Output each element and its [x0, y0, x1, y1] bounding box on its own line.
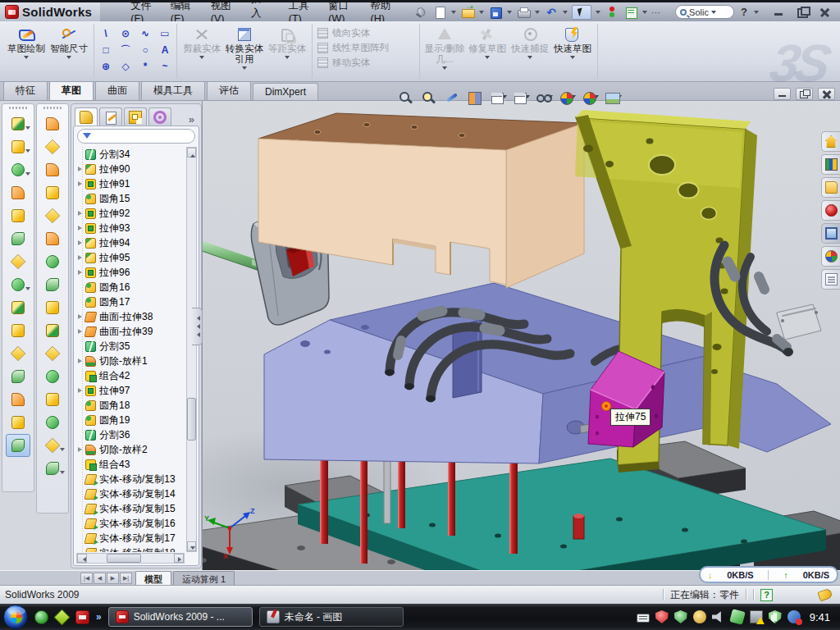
options-icon[interactable]	[623, 6, 638, 19]
flyout-arrow-icon[interactable]	[60, 471, 65, 477]
options-dropdown-icon[interactable]	[642, 11, 647, 16]
toolbar-icon-button[interactable]	[6, 273, 30, 296]
expand-arrow-icon[interactable]	[78, 211, 82, 216]
toolbar-icon-button[interactable]	[40, 388, 65, 411]
toolbar-icon-button[interactable]	[40, 457, 65, 480]
dropdown-icon[interactable]	[242, 66, 247, 72]
ribbon-row-button[interactable]: 移动实体	[317, 57, 414, 69]
feature-tree-item[interactable]: 分割35	[76, 339, 185, 354]
flyout-arrow-icon[interactable]	[25, 287, 30, 293]
task-button[interactable]: 未命名 - 画图	[259, 607, 404, 627]
task-pane-tab[interactable]	[821, 200, 840, 221]
tab-dimxpert-manager[interactable]	[148, 107, 171, 126]
tab-nav-button[interactable]: ◀	[94, 573, 106, 584]
feature-tree-item[interactable]: 圆角18	[76, 398, 185, 413]
feature-tree-item[interactable]: 实体-移动/复制16	[76, 516, 185, 531]
ribbon-row-button[interactable]: 镜向实体	[317, 27, 414, 39]
toolbar-icon-button[interactable]	[6, 296, 30, 319]
search-input[interactable]: Solic	[689, 7, 709, 17]
toolbar-icon-button[interactable]	[6, 342, 30, 365]
doc-restore-button[interactable]	[796, 88, 813, 100]
flyout-arrow-icon[interactable]	[25, 172, 30, 178]
pin-icon[interactable]	[413, 6, 428, 19]
toolbar-icon-button[interactable]	[40, 365, 65, 388]
feature-tree-item[interactable]: 曲面-拉伸39	[76, 324, 185, 339]
expand-arrow-icon[interactable]	[78, 255, 82, 260]
scroll-right-button[interactable]	[174, 554, 184, 563]
toolbar-icon-button[interactable]	[6, 434, 30, 457]
headsup-button[interactable]	[536, 90, 553, 105]
dropdown-icon[interactable]	[285, 56, 290, 62]
feature-tree-item[interactable]: 拉伸94	[76, 235, 185, 250]
ribbon-button[interactable]: 等距实体	[266, 25, 308, 62]
toolbar-icon-button[interactable]	[6, 181, 30, 204]
expand-arrow-icon[interactable]	[78, 167, 82, 171]
feature-tree-item[interactable]: 拉伸93	[76, 221, 185, 235]
status-lights-icon[interactable]	[605, 6, 619, 19]
toolbar-icon-button[interactable]	[40, 112, 65, 135]
scroll-thumb[interactable]	[187, 398, 196, 441]
toolbar-icon-button[interactable]	[40, 135, 65, 158]
tab-nav-button[interactable]: ▶|	[120, 573, 132, 584]
feature-tree-item[interactable]: 分割34	[76, 147, 185, 162]
feature-tree-item[interactable]: 分割36	[76, 427, 185, 442]
document-tab[interactable]: 运动算例 1	[173, 571, 235, 585]
tree-horizontal-scrollbar[interactable]	[76, 553, 185, 564]
select-dropdown-icon[interactable]	[596, 11, 600, 16]
task-pane-tab[interactable]	[821, 177, 840, 198]
toolbar-icon-button[interactable]	[40, 227, 65, 250]
headsup-button[interactable]	[605, 90, 622, 105]
headsup-button[interactable]	[467, 90, 484, 105]
toolbar-icon-button[interactable]	[6, 411, 30, 434]
task-pane-tab[interactable]	[821, 131, 840, 152]
tag-icon[interactable]	[817, 588, 833, 602]
task-pane-tab[interactable]	[821, 246, 840, 267]
feature-tree-item[interactable]: 组合43	[76, 457, 185, 472]
toolbar-icon-button[interactable]	[40, 434, 65, 457]
toolbar-icon-button[interactable]	[6, 388, 30, 411]
tab-property-manager[interactable]	[99, 107, 122, 126]
ribbon-button[interactable]: 智能尺寸	[48, 25, 90, 62]
antivirus-icon[interactable]	[674, 610, 687, 623]
sketch-entity-icon[interactable]: ⊕	[97, 59, 115, 74]
expand-arrow-icon[interactable]	[78, 181, 82, 186]
command-tab[interactable]: DimXpert	[253, 83, 318, 100]
media-quick-launch-icon[interactable]	[53, 609, 70, 625]
expand-arrow-icon[interactable]	[78, 240, 82, 245]
new-dropdown-icon[interactable]	[451, 11, 456, 16]
update-badge-icon[interactable]	[693, 610, 706, 623]
tab-nav-button[interactable]: ▶	[107, 573, 119, 584]
expand-arrow-icon[interactable]	[78, 329, 82, 334]
feature-tree-item[interactable]: 实体-移动/复制15	[76, 501, 185, 516]
toolbar-icon-button[interactable]	[6, 227, 30, 250]
sketch-entity-icon[interactable]: A	[156, 43, 174, 57]
toolbar-icon-button[interactable]	[40, 296, 65, 319]
toolbar-icon-button[interactable]	[6, 250, 30, 273]
task-pane-tab[interactable]	[821, 223, 840, 244]
save-dropdown-icon[interactable]	[507, 11, 512, 16]
headsup-button[interactable]	[421, 90, 438, 105]
tab-nav-button[interactable]: |◀	[80, 573, 93, 584]
doc-minimize-button[interactable]	[774, 88, 791, 100]
scroll-up-button[interactable]	[187, 148, 196, 158]
new-document-icon[interactable]	[432, 6, 447, 19]
ribbon-button[interactable]: 快速草图	[551, 25, 594, 62]
feature-tree-item[interactable]: 拉伸97	[76, 383, 185, 398]
messenger-quick-launch-icon[interactable]	[34, 610, 48, 624]
sync-icon[interactable]	[729, 609, 746, 625]
health-shield-icon[interactable]	[769, 610, 782, 623]
command-tab[interactable]: 特征	[3, 80, 48, 100]
feature-tree-item[interactable]: 圆角16	[76, 280, 185, 294]
dropdown-icon[interactable]	[485, 56, 490, 62]
dropdown-icon[interactable]	[24, 56, 29, 62]
graphics-viewport[interactable]	[202, 101, 840, 570]
close-button[interactable]	[817, 7, 833, 18]
tree-filter-input[interactable]	[77, 129, 195, 144]
flyout-arrow-icon[interactable]	[25, 126, 30, 132]
expand-arrow-icon[interactable]	[78, 447, 82, 452]
toolbar-icon-button[interactable]	[6, 365, 30, 388]
sketch-entity-icon[interactable]: ◇	[116, 59, 135, 74]
toolbar-icon-button[interactable]	[6, 204, 30, 227]
toolbar-icon-button[interactable]	[40, 342, 65, 365]
open-icon[interactable]	[460, 6, 475, 19]
